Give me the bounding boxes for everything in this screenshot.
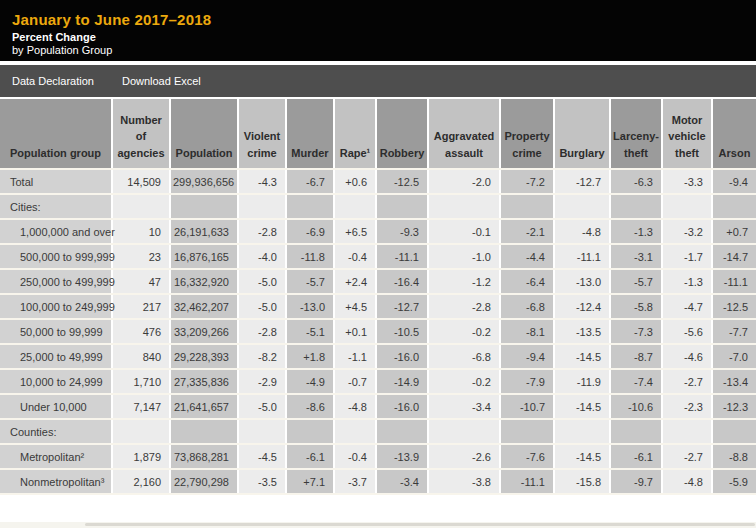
row-label: 100,000 to 249,999	[0, 294, 112, 319]
cell-10-000-to-24-999-larceny-theft: -7.4	[610, 369, 662, 394]
cell-10-000-to-24-999-robbery: -14.9	[376, 369, 428, 394]
cell-under-10-000-motor-vehicle-theft: -2.3	[662, 394, 712, 419]
cell-cities-murder	[286, 194, 334, 219]
cell-10-000-to-24-999-motor-vehicle-theft: -2.7	[662, 369, 712, 394]
row-label: Metropolitan²	[0, 444, 112, 469]
cell-cities-rape	[334, 194, 376, 219]
table-head: Population groupNumber of agenciesPopula…	[0, 98, 756, 169]
cell-25-000-to-49-999-property-crime: -9.4	[500, 344, 554, 369]
column-header-burglary: Burglary	[554, 98, 610, 169]
horizontal-scrollbar[interactable]	[0, 522, 756, 528]
cell-50-000-to-99-999-number-of-agencies: 476	[112, 319, 170, 344]
crime-report-page: January to June 2017–2018 Percent Change…	[0, 0, 756, 528]
cell-500-000-to-999-999-violent-crime: -4.0	[238, 244, 286, 269]
page-subtitle-population-group: by Population Group	[12, 44, 744, 56]
row-label: Under 10,000	[0, 394, 112, 419]
table-row-10-000-to-24-999: 10,000 to 24,9991,71027,335,836-2.9-4.9-…	[0, 369, 756, 394]
row-label: 10,000 to 24,999	[0, 369, 112, 394]
toolbar: Data Declaration Download Excel	[0, 65, 756, 97]
cell-500-000-to-999-999-rape: -0.4	[334, 244, 376, 269]
column-header-rape: Rape¹	[334, 98, 376, 169]
cell-metropolitan-burglary: -14.5	[554, 444, 610, 469]
cell-250-000-to-499-999-aggravated-assault: -1.2	[428, 269, 500, 294]
cell-50-000-to-99-999-violent-crime: -2.8	[238, 319, 286, 344]
cell-counties-murder	[286, 419, 334, 444]
cell-under-10-000-number-of-agencies: 7,147	[112, 394, 170, 419]
cell-total-arson: -9.4	[712, 169, 756, 194]
cell-counties-population	[170, 419, 238, 444]
table-row-50-000-to-99-999: 50,000 to 99,99947633,209,266-2.8-5.1+0.…	[0, 319, 756, 344]
table-row-metropolitan: Metropolitan²1,87973,868,281-4.5-6.1-0.4…	[0, 444, 756, 469]
cell-counties-robbery	[376, 419, 428, 444]
table-row-250-000-to-499-999: 250,000 to 499,9994716,332,920-5.0-5.7+2…	[0, 269, 756, 294]
cell-25-000-to-49-999-rape: -1.1	[334, 344, 376, 369]
cell-250-000-to-499-999-rape: +2.4	[334, 269, 376, 294]
cell-500-000-to-999-999-number-of-agencies: 23	[112, 244, 170, 269]
cell-metropolitan-larceny-theft: -6.1	[610, 444, 662, 469]
scrollbar-track[interactable]	[85, 523, 755, 526]
cell-total-property-crime: -7.2	[500, 169, 554, 194]
cell-100-000-to-249-999-motor-vehicle-theft: -4.7	[662, 294, 712, 319]
cell-under-10-000-arson: -12.3	[712, 394, 756, 419]
cell-10-000-to-24-999-population: 27,335,836	[170, 369, 238, 394]
cell-1-000-000-and-over-burglary: -4.8	[554, 219, 610, 244]
cell-25-000-to-49-999-larceny-theft: -8.7	[610, 344, 662, 369]
cell-1-000-000-and-over-rape: +6.5	[334, 219, 376, 244]
cell-500-000-to-999-999-larceny-theft: -3.1	[610, 244, 662, 269]
cell-total-larceny-theft: -6.3	[610, 169, 662, 194]
cell-1-000-000-and-over-murder: -6.9	[286, 219, 334, 244]
cell-100-000-to-249-999-aggravated-assault: -2.8	[428, 294, 500, 319]
cell-under-10-000-robbery: -16.0	[376, 394, 428, 419]
cell-50-000-to-99-999-murder: -5.1	[286, 319, 334, 344]
row-label: 1,000,000 and over	[0, 219, 112, 244]
row-label: 250,000 to 499,999	[0, 269, 112, 294]
cell-500-000-to-999-999-motor-vehicle-theft: -1.7	[662, 244, 712, 269]
row-label: Total	[0, 169, 112, 194]
cell-metropolitan-robbery: -13.9	[376, 444, 428, 469]
cell-100-000-to-249-999-number-of-agencies: 217	[112, 294, 170, 319]
cell-nonmetropolitan-aggravated-assault: -3.8	[428, 469, 500, 494]
cell-cities-burglary	[554, 194, 610, 219]
row-label: 50,000 to 99,999	[0, 319, 112, 344]
cell-total-burglary: -12.7	[554, 169, 610, 194]
cell-under-10-000-rape: -4.8	[334, 394, 376, 419]
cell-under-10-000-murder: -8.6	[286, 394, 334, 419]
cell-under-10-000-aggravated-assault: -3.4	[428, 394, 500, 419]
column-header-motor-vehicle-theft: Motor vehicle theft	[662, 98, 712, 169]
cell-1-000-000-and-over-arson: +0.7	[712, 219, 756, 244]
cell-nonmetropolitan-robbery: -3.4	[376, 469, 428, 494]
cell-500-000-to-999-999-arson: -14.7	[712, 244, 756, 269]
cell-25-000-to-49-999-burglary: -14.5	[554, 344, 610, 369]
cell-total-violent-crime: -4.3	[238, 169, 286, 194]
cell-50-000-to-99-999-population: 33,209,266	[170, 319, 238, 344]
cell-nonmetropolitan-violent-crime: -3.5	[238, 469, 286, 494]
report-header: January to June 2017–2018 Percent Change…	[0, 0, 756, 61]
cell-nonmetropolitan-murder: +7.1	[286, 469, 334, 494]
cell-metropolitan-violent-crime: -4.5	[238, 444, 286, 469]
row-label: 500,000 to 999,999	[0, 244, 112, 269]
cell-25-000-to-49-999-population: 29,228,393	[170, 344, 238, 369]
cell-cities-number-of-agencies	[112, 194, 170, 219]
column-header-larceny-theft: Larceny-theft	[610, 98, 662, 169]
cell-cities-motor-vehicle-theft	[662, 194, 712, 219]
cell-under-10-000-burglary: -14.5	[554, 394, 610, 419]
header-row: Population groupNumber of agenciesPopula…	[0, 98, 756, 169]
cell-1-000-000-and-over-number-of-agencies: 10	[112, 219, 170, 244]
cell-metropolitan-property-crime: -7.6	[500, 444, 554, 469]
column-header-murder: Murder	[286, 98, 334, 169]
cell-10-000-to-24-999-violent-crime: -2.9	[238, 369, 286, 394]
cell-counties-rape	[334, 419, 376, 444]
cell-1-000-000-and-over-aggravated-assault: -0.1	[428, 219, 500, 244]
cell-metropolitan-arson: -8.8	[712, 444, 756, 469]
cell-cities-larceny-theft	[610, 194, 662, 219]
page-subtitle-percent-change: Percent Change	[12, 31, 744, 43]
cell-25-000-to-49-999-motor-vehicle-theft: -4.6	[662, 344, 712, 369]
cell-cities-property-crime	[500, 194, 554, 219]
data-declaration-link[interactable]: Data Declaration	[12, 75, 94, 87]
cell-10-000-to-24-999-burglary: -11.9	[554, 369, 610, 394]
row-label: Counties:	[0, 419, 112, 444]
download-excel-link[interactable]: Download Excel	[122, 75, 201, 87]
cell-25-000-to-49-999-number-of-agencies: 840	[112, 344, 170, 369]
cell-counties-burglary	[554, 419, 610, 444]
cell-1-000-000-and-over-property-crime: -2.1	[500, 219, 554, 244]
